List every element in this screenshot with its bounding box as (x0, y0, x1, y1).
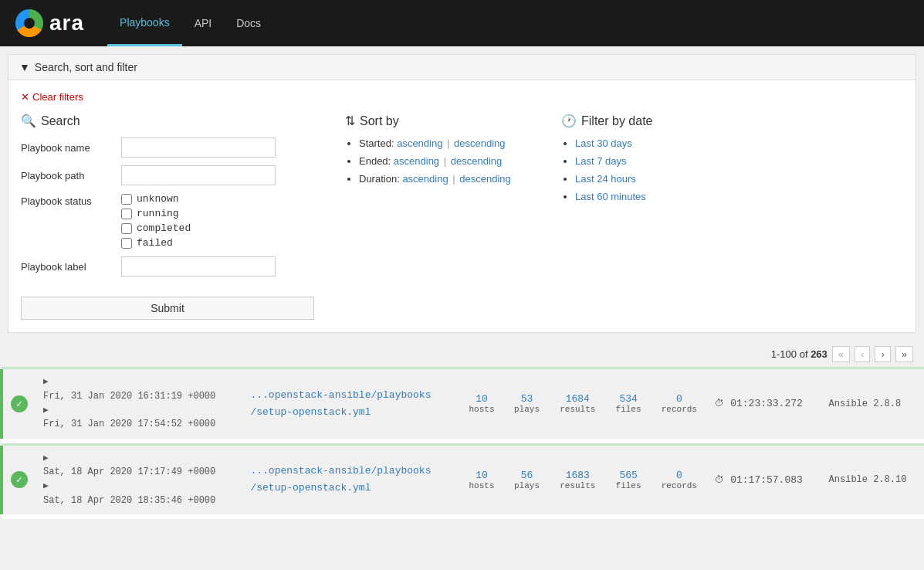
status-cell: ✓ (2, 446, 36, 515)
hosts-cell: 10 hosts (459, 446, 505, 515)
plays-label: plays (512, 481, 542, 490)
playbook-name-input[interactable] (121, 137, 276, 158)
checkbox-unknown[interactable] (121, 194, 132, 205)
pagination-info: 1-100 of 263 (771, 348, 828, 360)
clear-filters-link[interactable]: ✕ Clear filters (21, 91, 83, 103)
play-icon: ▶ (43, 375, 235, 389)
submit-button[interactable]: Submit (21, 297, 314, 320)
filter-header[interactable]: ▼ Search, sort and filter (8, 55, 916, 80)
playbook-label-row: Playbook label (21, 256, 345, 277)
plays-cell: 53 plays (504, 369, 550, 439)
checkbox-running[interactable] (121, 209, 132, 219)
path-file-link[interactable]: /setup-openstack.yml (250, 482, 371, 494)
clear-filters-label: Clear filters (32, 91, 83, 103)
path-prefix-link[interactable]: ...openstack-ansible/playbooks (250, 389, 431, 401)
page-last-btn[interactable]: » (895, 346, 913, 362)
records-link[interactable]: 0 (676, 470, 682, 481)
sort-duration-desc[interactable]: descending (459, 173, 511, 185)
hosts-label: hosts (467, 481, 497, 490)
timer-icon: ⏱ (715, 399, 724, 409)
status-failed[interactable]: failed (121, 237, 191, 249)
sort-ended-asc[interactable]: ascending (394, 155, 439, 167)
records-label: records (658, 481, 699, 490)
files-link[interactable]: 534 (619, 393, 637, 405)
path-prefix-link[interactable]: ...openstack-ansible/playbooks (250, 465, 431, 477)
date-30days: Last 30 days (575, 137, 903, 149)
times-icon: ✕ (21, 91, 29, 103)
sort-section: ⇅ Sort by Started: ascending | descendin… (345, 114, 561, 320)
date-24hours: Last 24 hours (575, 173, 903, 185)
search-title: 🔍 Search (21, 114, 345, 128)
sort-started-asc[interactable]: ascending (397, 137, 442, 149)
brand: ara (15, 9, 84, 37)
sort-ended-desc[interactable]: descending (451, 155, 503, 167)
nav-docs[interactable]: Docs (224, 2, 273, 45)
checkbox-failed[interactable] (121, 238, 132, 249)
results-label: results (557, 405, 598, 414)
playbook-status-row: Playbook status unknown running compl (21, 193, 345, 249)
records-cell: 0 records (651, 369, 707, 439)
path-cell: ...openstack-ansible/playbooks /setup-op… (242, 446, 459, 515)
clock-icon: 🕐 (561, 114, 577, 128)
filter-body: ✕ Clear filters 🔍 Search Playbook name P… (8, 80, 916, 332)
status-running[interactable]: running (121, 208, 191, 219)
navbar: ara Playbooks API Docs (0, 0, 924, 46)
path-file-link[interactable]: /setup-openstack.yml (250, 406, 371, 418)
date-60mins-link[interactable]: Last 60 minutes (575, 191, 646, 202)
hosts-link[interactable]: 10 (476, 393, 488, 405)
search-section: 🔍 Search Playbook name Playbook path Pla… (21, 114, 345, 320)
logo-icon (15, 9, 43, 37)
version-cell: Ansible 2.8.8 (821, 369, 924, 439)
playbook-path-input[interactable] (121, 165, 276, 185)
play-icon: ▶ (43, 452, 235, 466)
date-filter-section: 🕐 Filter by date Last 30 days Last 7 day… (561, 114, 903, 320)
sort-duration-asc[interactable]: ascending (402, 173, 448, 185)
timer-icon: ⏱ (715, 475, 724, 486)
files-link[interactable]: 565 (619, 470, 637, 481)
playbook-label-label: Playbook label (21, 261, 121, 273)
date-60mins: Last 60 minutes (575, 191, 903, 202)
date-7days-link[interactable]: Last 7 days (575, 155, 627, 167)
date-24hours-link[interactable]: Last 24 hours (575, 173, 636, 185)
plays-link[interactable]: 56 (521, 470, 533, 481)
playbook-name-row: Playbook name (21, 137, 345, 158)
nav-playbooks[interactable]: Playbooks (107, 1, 182, 46)
page-prev-btn[interactable]: ‹ (855, 346, 870, 362)
records-link[interactable]: 0 (676, 393, 682, 405)
results-cell: 1683 results (550, 446, 606, 515)
checkbox-completed[interactable] (121, 223, 132, 234)
sort-icon: ⇅ (345, 114, 355, 128)
success-icon: ✓ (11, 471, 28, 488)
pagination-row: 1-100 of 263 « ‹ › » (0, 341, 924, 367)
search-icon: 🔍 (21, 114, 36, 128)
page-first-btn[interactable]: « (832, 346, 850, 362)
hosts-link[interactable]: 10 (476, 470, 488, 481)
files-label: files (614, 481, 644, 490)
version-cell: Ansible 2.8.10 (821, 446, 924, 515)
results-link[interactable]: 1683 (566, 470, 590, 481)
plays-link[interactable]: 53 (521, 393, 533, 405)
filter-panel: ▼ Search, sort and filter ✕ Clear filter… (8, 54, 916, 333)
playbook-path-row: Playbook path (21, 165, 345, 185)
records-cell: 0 records (651, 446, 707, 515)
time-cell: ▶ Fri, 31 Jan 2020 16:31:19 +0000 ▶ Fri,… (36, 369, 242, 439)
playbook-name-label: Playbook name (21, 142, 121, 154)
plays-cell: 56 plays (504, 446, 550, 515)
playbook-label-input[interactable] (121, 256, 276, 277)
play-icon2: ▶ (43, 404, 235, 418)
sort-started-desc[interactable]: descending (454, 137, 506, 149)
nav-links: Playbooks API Docs (107, 1, 273, 46)
status-unknown[interactable]: unknown (121, 193, 191, 205)
files-cell: 534 files (606, 369, 652, 439)
success-icon: ✓ (11, 395, 28, 412)
table-row: ✓ ▶ Sat, 18 Apr 2020 17:17:49 +0000 ▶ Sa… (2, 446, 924, 515)
status-cell: ✓ (2, 369, 36, 439)
results-link[interactable]: 1684 (566, 393, 590, 405)
date-30days-link[interactable]: Last 30 days (575, 137, 632, 149)
duration-cell: ⏱ 01:23:33.272 (707, 369, 821, 439)
status-completed[interactable]: completed (121, 222, 191, 234)
date-list: Last 30 days Last 7 days Last 24 hours L… (561, 137, 903, 202)
status-checkboxes: unknown running completed failed (121, 193, 191, 249)
page-next-btn[interactable]: › (875, 346, 890, 362)
nav-api[interactable]: API (182, 2, 225, 45)
